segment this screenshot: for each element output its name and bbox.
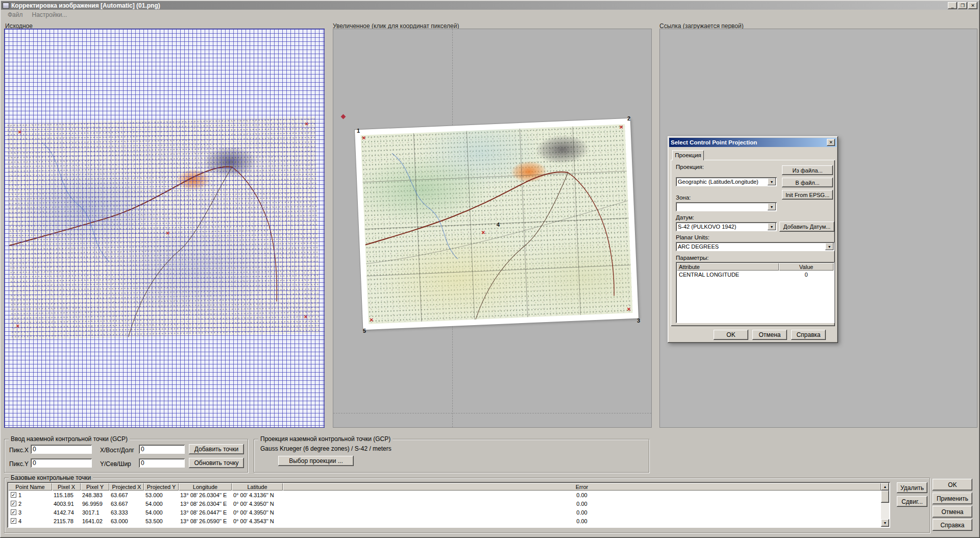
scrollbar-thumb[interactable] bbox=[881, 491, 889, 503]
ok-button[interactable]: OK bbox=[933, 479, 972, 491]
point-checkbox[interactable]: ✓ bbox=[11, 492, 16, 498]
help-button[interactable]: Справка bbox=[933, 519, 972, 531]
pixel-x-input[interactable] bbox=[31, 445, 92, 454]
pixel-y-cell: 3017.1 bbox=[81, 509, 109, 516]
value-column-header[interactable]: Value bbox=[779, 263, 834, 271]
x-east-input[interactable] bbox=[139, 445, 185, 454]
control-point-marker[interactable]: ✕ bbox=[627, 307, 631, 312]
pixel-x-cell: 4142.74 bbox=[52, 509, 81, 516]
point-name-cell: ✓2 bbox=[8, 501, 52, 507]
control-point-marker[interactable]: ✕ bbox=[619, 125, 624, 130]
column-projected-y[interactable]: Projected Y bbox=[144, 483, 179, 491]
pixel-x-cell: 4003.91 bbox=[52, 501, 81, 507]
point-name-cell: ✓3 bbox=[8, 509, 52, 516]
point-checkbox[interactable]: ✓ bbox=[11, 509, 16, 515]
scroll-up-icon[interactable]: ▲ bbox=[881, 483, 889, 491]
control-points-table[interactable]: Point Name Pixel X Pixel Y Projected X P… bbox=[7, 482, 890, 528]
x-east-label: X/Вост/Долг bbox=[100, 447, 134, 454]
select-projection-button[interactable]: Выбор проекции ... bbox=[278, 456, 354, 466]
parameters-table[interactable]: Attribute Value CENTRAL LONGITUDE0 bbox=[676, 262, 835, 323]
delete-point-button[interactable]: Удалить bbox=[897, 482, 927, 493]
window-titlebar[interactable]: Корректировка изображения [Automatic] (0… bbox=[1, 1, 979, 10]
control-point-marker[interactable]: ✕ bbox=[481, 230, 485, 235]
control-point-marker[interactable]: ✕ bbox=[305, 122, 309, 127]
chevron-down-icon[interactable]: ▼ bbox=[768, 178, 776, 185]
dialog-ok-button[interactable]: OK bbox=[714, 330, 748, 340]
zone-label: Зона: bbox=[676, 194, 691, 201]
column-longitude[interactable]: Longitude bbox=[179, 483, 232, 491]
control-point-marker[interactable]: ✕ bbox=[369, 317, 374, 323]
dialog-help-button[interactable]: Справка bbox=[791, 330, 826, 340]
table-row[interactable]: ✓1115.185248.38363.66753.00013° 08' 26.0… bbox=[8, 491, 881, 499]
gcp-projection-value: Gauss Krueger (6 degree zones) / S-42 / … bbox=[260, 445, 391, 452]
table-row[interactable]: ✓42115.781641.0263.00053.50013° 08' 26.0… bbox=[8, 517, 881, 525]
menu-file[interactable]: Файл bbox=[3, 10, 28, 19]
from-file-button[interactable]: Из файла... bbox=[782, 165, 833, 175]
projection-label: Проекция: bbox=[676, 164, 704, 170]
control-point-marker[interactable]: ✕ bbox=[362, 136, 366, 141]
column-pixel-x[interactable]: Pixel X bbox=[52, 483, 81, 491]
attribute-column-header[interactable]: Attribute bbox=[677, 263, 779, 271]
table-scrollbar[interactable]: ▲ ▼ bbox=[881, 483, 889, 527]
control-point-marker[interactable]: ✕ bbox=[16, 324, 20, 329]
y-north-input[interactable] bbox=[139, 458, 185, 468]
column-point-name[interactable]: Point Name bbox=[8, 483, 52, 491]
pixel-y-cell: 248.383 bbox=[81, 492, 109, 498]
add-points-button[interactable]: Добавить точки bbox=[189, 444, 244, 454]
parameter-row[interactable]: CENTRAL LONGITUDE0 bbox=[677, 271, 834, 278]
projected-x-cell: 63.667 bbox=[109, 501, 144, 507]
point-label-4: 4 bbox=[497, 222, 500, 228]
table-row[interactable]: ✓24003.9196.995963.66754.00013° 08' 26.0… bbox=[8, 499, 881, 508]
point-checkbox[interactable]: ✓ bbox=[11, 501, 16, 506]
control-points-rows: ✓1115.185248.38363.66753.00013° 08' 26.0… bbox=[8, 491, 881, 525]
control-points-group-title: Базовые контрольные точки bbox=[9, 474, 93, 481]
longitude-cell: 13° 08' 26.0447'' E bbox=[179, 509, 232, 516]
restore-button[interactable]: ❐ bbox=[958, 2, 967, 9]
dialog-cancel-button[interactable]: Отмена bbox=[752, 330, 787, 340]
zoomed-map-viewport[interactable]: ✕ ✕ ✕ ✕ ✕ 1 2 3 4 5 bbox=[333, 29, 652, 428]
column-projected-x[interactable]: Projected X bbox=[109, 483, 144, 491]
control-point-marker[interactable]: ✕ bbox=[166, 231, 170, 236]
add-datum-button[interactable]: Добавить Датум... bbox=[779, 222, 835, 232]
datum-dropdown[interactable]: S-42 (PULKOVO 1942) ▼ bbox=[676, 222, 777, 231]
zone-dropdown[interactable]: ▼ bbox=[676, 202, 777, 211]
control-points-content: Point Name Pixel X Pixel Y Projected X P… bbox=[8, 483, 881, 527]
chevron-down-icon[interactable]: ▼ bbox=[825, 243, 834, 250]
projection-dropdown[interactable]: Geographic (Latitude/Longitude) ▼ bbox=[676, 177, 777, 186]
projected-y-cell: 53.500 bbox=[144, 518, 179, 524]
apply-button[interactable]: Применить bbox=[933, 493, 972, 504]
chevron-down-icon[interactable]: ▼ bbox=[768, 223, 776, 230]
column-latitude[interactable]: Latitude bbox=[232, 483, 283, 491]
menu-bar: Файл Настройки... bbox=[1, 10, 979, 19]
chevron-down-icon[interactable]: ▼ bbox=[768, 203, 776, 210]
cancel-button[interactable]: Отмена bbox=[933, 506, 972, 518]
to-file-button[interactable]: В файл... bbox=[782, 178, 833, 187]
point-label-1: 1 bbox=[357, 128, 360, 134]
update-point-button[interactable]: Обновить точку bbox=[189, 458, 244, 468]
pixel-x-cell: 2115.78 bbox=[52, 518, 81, 524]
error-cell: 0.00 bbox=[283, 509, 881, 516]
control-point-marker[interactable]: ✕ bbox=[18, 130, 22, 135]
dialog-close-button[interactable]: ✕ bbox=[827, 139, 835, 146]
longitude-cell: 13° 08' 26.0590'' E bbox=[179, 518, 232, 524]
minimize-icon: _ bbox=[951, 3, 953, 8]
menu-settings[interactable]: Настройки... bbox=[28, 10, 72, 19]
window-title: Корректировка изображения [Automatic] (0… bbox=[11, 2, 160, 9]
window-controls: _ ❐ ✕ bbox=[948, 2, 977, 9]
planar-units-dropdown[interactable]: ARC DEGREES ▼ bbox=[676, 242, 835, 251]
shift-button[interactable]: Сдвиг... bbox=[897, 496, 927, 507]
scroll-down-icon[interactable]: ▼ bbox=[881, 519, 889, 527]
source-map-viewport[interactable]: ✕ ✕ ✕ ✕ ✕ bbox=[4, 29, 325, 428]
dialog-titlebar[interactable]: Select Control Point Projection ✕ bbox=[669, 138, 837, 147]
minimize-button[interactable]: _ bbox=[948, 2, 957, 9]
point-checkbox[interactable]: ✓ bbox=[11, 518, 16, 524]
control-point-marker[interactable]: ✕ bbox=[304, 315, 308, 320]
tab-projection[interactable]: Проекция bbox=[672, 150, 704, 160]
column-error[interactable]: Error bbox=[283, 483, 881, 491]
close-button[interactable]: ✕ bbox=[968, 2, 977, 9]
column-pixel-y[interactable]: Pixel Y bbox=[81, 483, 109, 491]
pixel-y-input[interactable] bbox=[31, 458, 92, 468]
table-row[interactable]: ✓34142.743017.163.33354.00013° 08' 26.04… bbox=[8, 508, 881, 517]
init-from-epsg-button[interactable]: Init From EPSG... bbox=[782, 190, 833, 200]
error-cell: 0.00 bbox=[283, 501, 881, 507]
